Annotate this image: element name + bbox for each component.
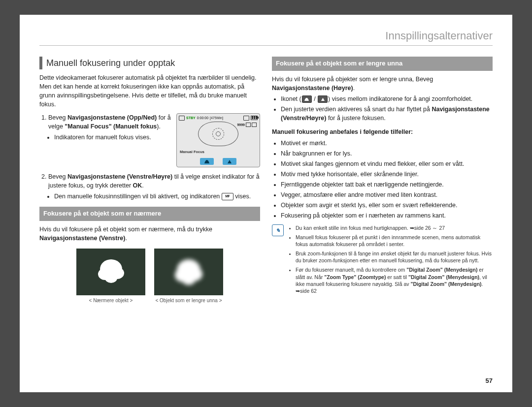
mf-indicator-icon: MF <box>222 193 233 200</box>
media-icon <box>252 123 257 127</box>
adj-c: for å justere fokusen. <box>326 115 385 122</box>
card-icon <box>179 116 185 121</box>
step2-bold-d: OK <box>133 182 142 189</box>
rec-item: Vegger, atmosfære eller andre motiver me… <box>281 190 493 199</box>
step-1: Beveg Navigasjonstastene (Opp/Ned) for å… <box>48 113 260 167</box>
rec-item: Motivet skal fanges gjennom et vindu med… <box>281 159 493 168</box>
rec-item: Objekter som avgir et sterkt lys, eller … <box>281 201 493 210</box>
note4-d: "Zoom Type" (Zoomtype) <box>324 274 386 280</box>
far-c: . <box>353 85 355 92</box>
step2-sub-b: vises. <box>233 193 251 200</box>
right-column: Fokusere på et objekt som er lengre unna… <box>272 57 493 307</box>
banner-far: Fokusere på et objekt som er lengre unna <box>272 57 493 71</box>
step1-text-a: Beveg <box>48 114 67 121</box>
step-2: Beveg Navigasjonstastene (Venstre/Høyre)… <box>48 172 260 201</box>
rec-item: Fjerntliggende objekter tatt bak et nærl… <box>281 180 493 189</box>
far-b: Navigasjonstastene (Høyre) <box>272 85 353 92</box>
adjust-line: Den justerte verdien aktiveres så snart … <box>281 105 493 123</box>
note-4: Før du fokuserer manuelt, må du kontroll… <box>296 266 493 294</box>
step2-sub-a: Den manuelle fokusinnstillingen vil bli … <box>54 193 222 200</box>
step2-text-a: Beveg <box>48 173 67 180</box>
note-box: ✎ Du kan enkelt stille inn fokus med hur… <box>272 224 493 297</box>
manual-page: Innspillingsalternativer Manuell fokuser… <box>20 15 512 392</box>
section-title: Manuell fokusering under opptak <box>39 57 260 69</box>
lcd-stby: STBY <box>186 116 196 121</box>
near-a: Hvis du vil fokusere på et objekt som er… <box>39 226 212 233</box>
lcd-count: 9999 <box>237 123 245 127</box>
steps-list: Beveg Navigasjonstastene (Opp/Ned) for å… <box>48 113 260 201</box>
near-b: Navigasjonstastene (Venstre) <box>39 235 125 242</box>
page-header: Innspillingsalternativer <box>39 30 493 46</box>
rec-item: Fokusering på objekter som er i nærheten… <box>281 211 493 220</box>
near-inline-icon <box>302 95 312 103</box>
icon-line-sep: / <box>312 95 317 102</box>
thumb-near <box>76 249 145 295</box>
rec-item: Motivet er mørkt. <box>281 139 493 148</box>
intro-text: Dette videokameraet fokuserer automatisk… <box>39 73 260 109</box>
step1-sub: Indikatoren for manuelt fokus vises. <box>54 133 171 142</box>
adj-a: Den justerte verdien aktiveres så snart … <box>281 106 432 113</box>
left-column: Manuell fokusering under opptak Dette vi… <box>39 57 260 307</box>
focus-near-icon <box>200 158 214 165</box>
page-number: 57 <box>486 377 493 384</box>
far-bullets: Ikonet ( / ) vises mellom indikatorene f… <box>281 94 493 123</box>
note4-h: "Digital Zoom" (Menydesign) <box>410 281 481 287</box>
note4-b: "Digital Zoom" (Menydesign) <box>406 267 477 273</box>
note-1: Du kan enkelt stille inn fokus med hurti… <box>296 224 493 231</box>
near-text: Hvis du vil fokusere på et objekt som er… <box>39 225 260 243</box>
far-text: Hvis du vil fokusere på objekter som er … <box>272 75 493 93</box>
lcd-preview: STBY 0:00:00 [475Min] 9999 <box>176 113 260 167</box>
rec-item: Motiv med tykke horisontale, eller skrån… <box>281 170 493 179</box>
icon-line: Ikonet ( / ) vises mellom indikatorene f… <box>281 94 493 103</box>
two-column-layout: Manuell fokusering under opptak Dette vi… <box>39 57 493 307</box>
note4-e: er satt til <box>386 274 408 280</box>
note-icon: ✎ <box>272 224 284 236</box>
rec-title: Manuell fokusering anbefales i følgende … <box>272 128 413 135</box>
note4-f: "Digital Zoom" (Menydesign) <box>408 274 479 280</box>
battery-icon <box>251 116 258 120</box>
photo-icon <box>246 123 251 127</box>
near-c: . <box>125 235 127 242</box>
step1-bold-d: "Manual Focus" (Manuelt fokus <box>65 123 157 130</box>
note4-a: Før du fokuserer manuelt, må du kontroll… <box>296 267 406 273</box>
recommendations-list: Motivet er mørkt. Når bakgrunnen er for … <box>281 139 493 220</box>
lcd-remain: [475Min] <box>210 116 223 121</box>
step2-text-e: . <box>142 182 143 189</box>
icon-line-c: ) vises mellom indikatorene for å angi z… <box>328 95 472 102</box>
step1-bold-b: Navigasjonstastene (Opp/Ned) <box>67 114 157 121</box>
focus-far-icon <box>223 158 236 165</box>
lcd-wheel-area <box>198 122 238 146</box>
step2-bold-b: Navigasjonstastene (Venstre/Høyre) <box>67 173 172 180</box>
mode-icon <box>243 116 249 121</box>
icon-line-a: Ikonet ( <box>281 95 301 102</box>
far-a: Hvis du vil fokusere på objekter som er … <box>272 76 433 83</box>
far-inline-icon <box>318 95 328 103</box>
lcd-label: Manual Focus <box>180 150 204 155</box>
thumbnail-row: < Nærmere objekt > < Objekt som er lengr… <box>39 249 260 305</box>
thumb-far <box>154 249 223 295</box>
lcd-time: 0:00:00 <box>197 116 208 121</box>
note-2: Manuell fokus fokuserer på et punkt i de… <box>296 234 493 248</box>
step2-sub: Den manuelle fokusinnstillingen vil bli … <box>54 192 260 201</box>
thumb-far-label: < Objekt som er lengre unna > <box>154 297 223 305</box>
thumb-near-label: < Nærmere objekt > <box>76 297 145 305</box>
banner-near: Fokusere på et objekt som er nærmere <box>39 207 260 221</box>
note-3: Bruk zoom-funksjonen til å fange inn øns… <box>296 250 493 264</box>
step1-text-e: ). <box>157 123 161 130</box>
rec-item: Når bakgrunnen er for lys. <box>281 149 493 158</box>
